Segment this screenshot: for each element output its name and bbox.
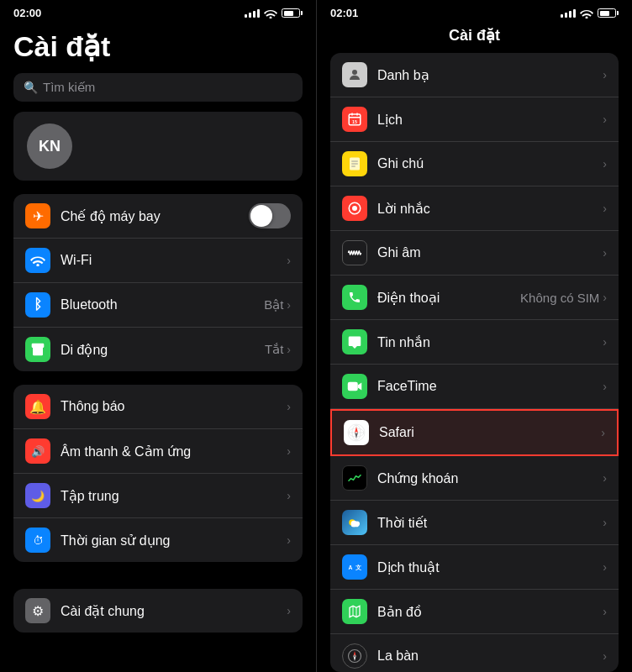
notes-row[interactable]: Ghi chú › [330,142,619,186]
search-icon: 🔍 [24,81,38,94]
bluetooth-icon: ᛒ [25,292,50,318]
notifications-row[interactable]: 🔔 Thông báo › [13,385,303,429]
stocks-label: Chứng khoán [377,470,603,486]
maps-label: Bản đồ [377,604,603,620]
wifi-row[interactable]: Wi-Fi › [13,239,303,283]
search-placeholder: Tìm kiếm [43,80,95,95]
right-settings-list: Danh bạ › 15 Lịch › [330,53,619,672]
contacts-icon [342,62,367,87]
signal-icon [245,9,260,18]
translate-row[interactable]: A 文 Dịch thuật › [330,545,619,590]
bluetooth-row[interactable]: ᛒ Bluetooth Bật › [13,283,303,328]
voicememo-row[interactable]: Ghi âm › [330,231,619,276]
compass-icon [342,643,367,669]
facetime-icon [342,374,367,399]
bluetooth-label: Bluetooth [61,297,264,312]
notes-chevron: › [603,157,607,171]
right-wifi-status-icon [580,8,593,18]
general-icon: ⚙ [25,598,50,623]
reminders-row[interactable]: Lời nhắc › [330,186,619,231]
right-battery-icon [598,8,619,18]
left-time: 02:00 [13,7,41,19]
mobile-label: Di động [61,342,265,358]
right-signal-icon [561,9,576,18]
facetime-label: FaceTime [377,379,603,394]
calendar-icon: 15 [342,107,367,132]
battery-icon [282,8,303,18]
safari-row[interactable]: Safari › [330,409,619,456]
contacts-row[interactable]: Danh bạ › [330,53,619,97]
voicememo-label: Ghi âm [377,245,603,260]
right-page-title: Cài đặt [317,23,632,53]
contacts-label: Danh bạ [377,67,603,83]
focus-label: Tập trung [61,488,287,504]
weather-label: Thời tiết [377,515,603,531]
messages-chevron: › [603,335,607,349]
svg-point-3 [352,70,357,75]
weather-icon [342,510,367,535]
svg-point-35 [354,655,356,658]
svg-point-0 [34,350,36,352]
facetime-chevron: › [603,380,607,393]
focus-icon: 🌙 [25,483,50,508]
svg-text:A: A [349,564,353,570]
bluetooth-value: Bật [264,297,283,312]
notifications-icon: 🔔 [25,394,50,419]
wifi-row-icon [25,248,50,273]
calendar-chevron: › [603,113,607,126]
compass-row[interactable]: La bàn › [330,634,619,672]
wifi-status-icon [264,8,277,18]
svg-text:文: 文 [356,564,361,570]
safari-chevron: › [601,426,605,439]
reminders-label: Lời nhắc [377,201,603,217]
wifi-chevron: › [287,254,291,267]
weather-chevron: › [603,516,607,529]
screentime-label: Thời gian sử dụng [61,533,287,549]
calendar-label: Lịch [377,112,603,128]
weather-row[interactable]: Thời tiết › [330,501,619,545]
sounds-row[interactable]: 🔊 Âm thanh & Cảm ứng › [13,429,303,474]
notifications-label: Thông báo [61,399,287,414]
right-panel: 02:01 Cài đặt [316,0,632,672]
messages-label: Tin nhắn [377,334,603,350]
settings-group-system: 🔔 Thông báo › 🔊 Âm thanh & Cảm ứng › 🌙 T… [13,385,303,562]
mobile-row[interactable]: Di động Tắt › [13,328,303,371]
airplane-mode-row[interactable]: ✈ Chế độ máy bay [13,194,303,239]
stocks-chevron: › [603,471,607,485]
svg-point-1 [37,350,39,352]
screentime-row[interactable]: ⏱ Thời gian sử dụng › [13,518,303,562]
reminders-icon [342,196,367,221]
translate-icon: A 文 [342,554,367,580]
sounds-icon: 🔊 [25,438,50,464]
svg-rect-15 [348,382,358,391]
user-profile-section[interactable]: KN [13,112,303,181]
general-chevron: › [287,604,291,617]
svg-rect-27 [351,525,358,527]
sounds-chevron: › [287,444,291,458]
focus-row[interactable]: 🌙 Tập trung › [13,474,303,518]
left-panel: 02:00 Cài đặt 🔍 Tìm ki [0,0,316,672]
phone-row[interactable]: Điện thoại Không có SIM › [330,276,619,320]
bluetooth-chevron: › [287,298,291,312]
maps-row[interactable]: Bản đồ › [330,590,619,634]
stocks-row[interactable]: Chứng khoán › [330,456,619,501]
voicememo-icon [342,240,367,265]
messages-icon [342,329,367,354]
calendar-row[interactable]: 15 Lịch › [330,97,619,142]
mobile-value: Tắt [265,342,283,357]
left-status-bar: 02:00 [0,0,316,23]
notes-label: Ghi chú [377,156,603,171]
left-page-title: Cài đặt [0,23,316,70]
contacts-chevron: › [603,68,607,81]
facetime-row[interactable]: FaceTime › [330,365,619,409]
airplane-toggle[interactable] [249,203,291,228]
search-bar[interactable]: 🔍 Tìm kiếm [13,73,303,102]
airplane-icon: ✈ [25,203,50,228]
svg-point-2 [40,350,41,352]
maps-chevron: › [603,605,607,618]
safari-label: Safari [379,425,601,440]
messages-row[interactable]: Tin nhắn › [330,320,619,365]
notes-icon [342,151,367,176]
general-row[interactable]: ⚙ Cài đặt chung › [13,589,303,633]
svg-text:15: 15 [352,119,357,124]
